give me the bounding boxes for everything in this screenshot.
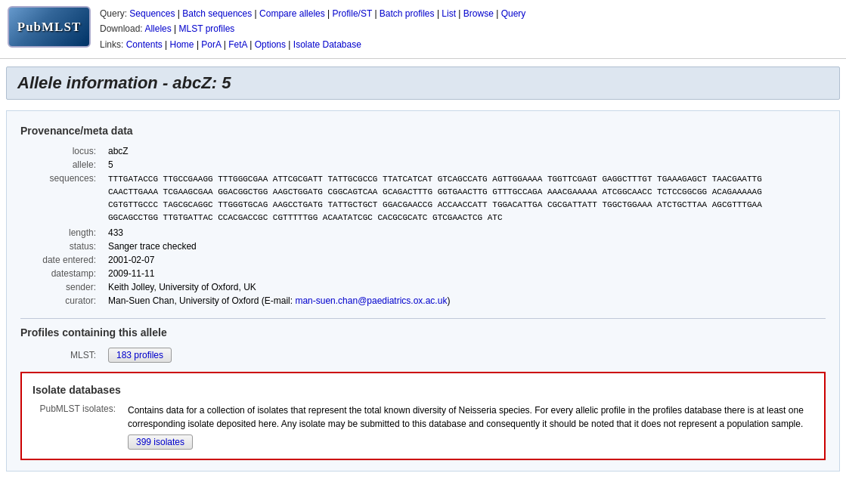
datestamp-row: datestamp: 2009-11-11 xyxy=(20,267,826,280)
status-row: status: Sanger trace checked xyxy=(20,240,826,253)
page-title-bar: Allele information - abcZ: 5 xyxy=(6,66,840,100)
curator-row: curator: Man-Suen Chan, University of Ox… xyxy=(20,294,826,308)
profiles-button[interactable]: 183 profiles xyxy=(108,348,172,363)
sender-value: Keith Jolley, University of Oxford, UK xyxy=(104,280,826,294)
header-navigation: Query: Sequences | Batch sequences | Com… xyxy=(100,6,525,52)
sequences-label: sequences: xyxy=(20,172,104,226)
profiles-table: MLST: 183 profiles xyxy=(20,346,826,364)
query-row: Query: Sequences | Batch sequences | Com… xyxy=(100,6,525,21)
download-label: Download: xyxy=(100,23,143,34)
pubmlst-isolates-label: PubMLST isolates: xyxy=(33,402,123,451)
page-body: Allele information - abcZ: 5 Provenance/… xyxy=(0,59,846,490)
logo: PubMLST xyxy=(8,6,91,48)
status-value: Sanger trace checked xyxy=(104,240,826,253)
download-alleles[interactable]: Alleles xyxy=(144,23,171,34)
download-mlst-profiles[interactable]: MLST profiles xyxy=(179,23,235,34)
date-entered-value: 2001-02-07 xyxy=(104,253,826,267)
curator-suffix: ) xyxy=(447,295,450,306)
nav-link-compare-alleles[interactable]: Compare alleles xyxy=(259,8,325,19)
page-title: Allele information - abcZ: 5 xyxy=(17,73,829,93)
sender-label: sender: xyxy=(20,280,104,294)
provenance-heading: Provenance/meta data xyxy=(20,125,826,137)
logo-text: PubMLST xyxy=(17,20,81,35)
locus-row: locus: abcZ xyxy=(20,144,826,158)
length-label: length: xyxy=(20,226,104,240)
mlst-row: MLST: 183 profiles xyxy=(20,346,826,364)
isolate-databases-heading: Isolate databases xyxy=(33,384,813,396)
nav-link-batch-sequences[interactable]: Batch sequences xyxy=(182,8,252,19)
link-isolate-database[interactable]: Isolate Database xyxy=(293,39,361,50)
main-content-box: Provenance/meta data locus: abcZ allele:… xyxy=(6,110,840,472)
length-row: length: 433 xyxy=(20,226,826,240)
query-label: Query: xyxy=(100,8,127,19)
allele-value: 5 xyxy=(104,158,826,172)
mlst-label: MLST: xyxy=(20,346,104,364)
link-pora[interactable]: PorA xyxy=(201,39,221,50)
link-feta[interactable]: FetA xyxy=(228,39,247,50)
links-row: Links: Contents | Home | PorA | FetA | O… xyxy=(100,37,525,52)
datestamp-value: 2009-11-11 xyxy=(104,267,826,280)
locus-value: abcZ xyxy=(104,144,826,158)
isolates-button[interactable]: 399 isolates xyxy=(128,434,193,450)
datestamp-label: datestamp: xyxy=(20,267,104,280)
sequences-row: sequences: TTTGATACCG TTGCCGAAGG TTTGGGC… xyxy=(20,172,826,226)
locus-label: locus: xyxy=(20,144,104,158)
nav-link-query[interactable]: Query xyxy=(501,8,526,19)
link-home[interactable]: Home xyxy=(170,39,194,50)
curator-prefix: Man-Suen Chan, University of Oxford (E-m… xyxy=(108,295,295,306)
allele-label: allele: xyxy=(20,158,104,172)
nav-link-list[interactable]: List xyxy=(442,8,456,19)
provenance-table: locus: abcZ allele: 5 sequences: TTTGATA… xyxy=(20,144,826,308)
sender-row: sender: Keith Jolley, University of Oxfo… xyxy=(20,280,826,294)
profiles-heading: Profiles containing this allele xyxy=(20,326,826,339)
link-contents[interactable]: Contents xyxy=(126,39,163,50)
curator-email-link[interactable]: man-suen.chan@paediatrics.ox.ac.uk xyxy=(295,295,447,306)
allele-row: allele: 5 xyxy=(20,158,826,172)
pubmlst-isolates-row: PubMLST isolates: Contains data for a co… xyxy=(33,402,813,451)
links-label: Links: xyxy=(100,39,123,50)
sequence-text: TTTGATACCG TTGCCGAAGG TTTGGGCGAA ATTCGCG… xyxy=(108,175,762,222)
pubmlst-isolates-cell: Contains data for a collection of isolat… xyxy=(123,402,813,451)
curator-label: curator: xyxy=(20,294,104,308)
mlst-button-cell: 183 profiles xyxy=(104,346,826,364)
isolate-table: PubMLST isolates: Contains data for a co… xyxy=(33,402,813,451)
date-entered-row: date entered: 2001-02-07 xyxy=(20,253,826,267)
length-value: 433 xyxy=(104,226,826,240)
sequences-value: TTTGATACCG TTGCCGAAGG TTTGGGCGAA ATTCGCG… xyxy=(104,172,826,226)
page-header: PubMLST Query: Sequences | Batch sequenc… xyxy=(0,0,846,59)
status-label: status: xyxy=(20,240,104,253)
isolate-databases-box: Isolate databases PubMLST isolates: Cont… xyxy=(20,372,826,460)
download-row: Download: Alleles | MLST profiles xyxy=(100,21,525,36)
isolate-description: Contains data for a collection of isolat… xyxy=(128,404,809,431)
nav-link-profile-st[interactable]: Profile/ST xyxy=(333,8,372,19)
nav-link-browse[interactable]: Browse xyxy=(463,8,494,19)
nav-link-sequences[interactable]: Sequences xyxy=(129,8,175,19)
link-options[interactable]: Options xyxy=(255,39,286,50)
section-divider-1 xyxy=(20,318,826,319)
curator-value: Man-Suen Chan, University of Oxford (E-m… xyxy=(104,294,826,308)
nav-link-batch-profiles[interactable]: Batch profiles xyxy=(380,8,435,19)
date-entered-label: date entered: xyxy=(20,253,104,267)
